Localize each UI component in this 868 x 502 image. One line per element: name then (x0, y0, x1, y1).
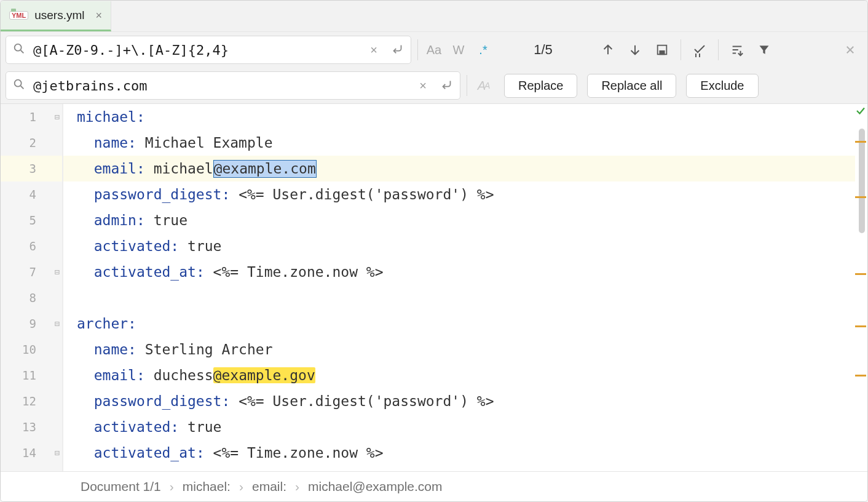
breadcrumb-bar: Document 1/1 › michael: › email: › micha… (1, 471, 867, 501)
code-line[interactable]: michael: (63, 104, 867, 130)
match-marker[interactable] (855, 141, 866, 143)
scrollbar-thumb[interactable] (859, 129, 865, 233)
code-area[interactable]: michael: name: Michael Example email: mi… (63, 104, 867, 471)
replace-input[interactable] (32, 78, 412, 94)
gutter-line: 12 (1, 388, 62, 414)
marker-strip (855, 104, 867, 471)
svg-point-0 (15, 44, 22, 51)
highlighted-match: @example.gov (213, 367, 315, 383)
regex-toggle[interactable]: .* (471, 38, 495, 62)
match-case-toggle[interactable]: Aa (422, 38, 446, 62)
find-clear-icon[interactable]: × (363, 43, 385, 57)
gutter-line: 4 (1, 181, 62, 207)
gutter-line: 8 (1, 285, 62, 311)
match-marker[interactable] (855, 196, 866, 198)
gutter-line: 10 (1, 337, 62, 362)
code-line[interactable]: archer: (63, 311, 867, 337)
editor-window: YML users.yml × × Aa (0, 0, 868, 502)
replace-all-button[interactable]: Replace all (587, 74, 676, 98)
replace-input-wrap[interactable]: × (6, 71, 460, 100)
breadcrumb-item[interactable]: michael@example.com (308, 479, 443, 494)
gutter: 1⊟234567⊟89⊟1011121314⊟ (1, 104, 63, 471)
code-line[interactable]: activated_at: <%= Time.zone.now %> (63, 259, 867, 285)
gutter-line: 7⊟ (1, 259, 62, 285)
match-marker[interactable] (855, 273, 866, 275)
svg-rect-5 (660, 51, 664, 55)
gutter-line: 6 (1, 233, 62, 259)
next-match-button[interactable] (623, 38, 647, 62)
find-replace-bar: × Aa W .* 1/5 (1, 32, 867, 104)
code-line[interactable]: activated_at: <%= Time.zone.now %> (63, 440, 867, 466)
tab-label: users.yml (34, 9, 84, 22)
gutter-line: 2 (1, 130, 62, 156)
code-line[interactable]: activated: true (63, 233, 867, 259)
gutter-line: 13 (1, 414, 62, 440)
fold-icon[interactable]: ⊟ (55, 267, 60, 277)
tab-close-icon[interactable]: × (96, 9, 103, 22)
filter-button[interactable] (752, 38, 776, 62)
code-line[interactable]: admin: true (63, 207, 867, 233)
fold-icon[interactable]: ⊟ (55, 112, 60, 122)
svg-line-15 (21, 86, 24, 89)
gutter-line: 1⊟ (1, 104, 62, 130)
gutter-line: 14⊟ (1, 440, 62, 466)
replace-search-icon (12, 78, 26, 94)
gutter-line: 5 (1, 207, 62, 233)
code-line[interactable]: password_digest: <%= User.digest('passwo… (63, 388, 867, 414)
search-icon (12, 42, 26, 58)
selected-match: @example.com (213, 160, 317, 178)
code-line[interactable] (63, 285, 867, 311)
tab-bar: YML users.yml × (1, 1, 867, 32)
breadcrumb-item[interactable]: email: (252, 479, 286, 494)
search-options-button[interactable] (725, 38, 749, 62)
gutter-line: 9⊟ (1, 311, 62, 337)
chevron-right-icon: › (295, 479, 299, 494)
replace-clear-icon[interactable]: × (412, 79, 434, 93)
close-findbar-button[interactable] (838, 38, 862, 62)
chevron-right-icon: › (239, 479, 243, 494)
whole-word-toggle[interactable]: W (446, 38, 471, 62)
exclude-button[interactable]: Exclude (686, 74, 758, 98)
code-line[interactable]: activated: true (63, 414, 867, 440)
preserve-case-toggle[interactable]: AA (471, 73, 495, 98)
select-all-button[interactable] (650, 38, 674, 62)
gutter-line: 3 (1, 156, 62, 181)
tab-users-yml[interactable]: YML users.yml × (1, 1, 111, 31)
code-line[interactable]: name: Sterling Archer (63, 337, 867, 362)
code-line[interactable]: name: Michael Example (63, 130, 867, 156)
match-count: 1/5 (495, 32, 591, 68)
gutter-line: 11 (1, 362, 62, 388)
inspection-ok-icon (855, 105, 866, 119)
fold-icon[interactable]: ⊟ (55, 319, 60, 329)
code-line[interactable]: password_digest: <%= User.digest('passwo… (63, 181, 867, 207)
prev-match-button[interactable] (596, 38, 620, 62)
editor-area[interactable]: 1⊟234567⊟89⊟1011121314⊟ michael: name: M… (1, 104, 867, 471)
fold-icon[interactable]: ⊟ (55, 448, 60, 458)
code-line[interactable]: email: michael@example.com (63, 156, 867, 181)
match-marker[interactable] (855, 375, 866, 376)
add-selection-button[interactable] (687, 38, 712, 62)
breadcrumb-item[interactable]: michael: (183, 479, 231, 494)
find-input-wrap[interactable]: × (6, 36, 411, 64)
svg-line-1 (21, 50, 24, 54)
code-line[interactable]: email: duchess@example.gov (63, 362, 867, 388)
replace-button[interactable]: Replace (504, 74, 577, 98)
newline-toggle-icon[interactable] (385, 42, 411, 58)
replace-newline-icon[interactable] (434, 78, 460, 94)
chevron-right-icon: › (170, 479, 174, 494)
find-input[interactable] (32, 42, 363, 58)
match-marker[interactable] (855, 325, 866, 327)
yml-filetype-icon: YML (9, 11, 28, 20)
svg-point-14 (15, 80, 22, 87)
breadcrumb-document[interactable]: Document 1/1 (81, 479, 161, 494)
